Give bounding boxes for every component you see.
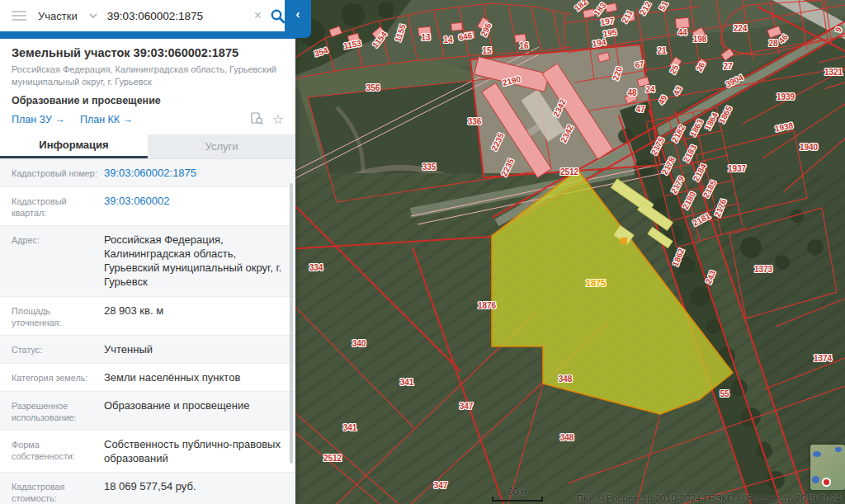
search-category-select[interactable]: Участки bbox=[38, 10, 78, 22]
info-row: Категория земель:Земли населённых пункто… bbox=[0, 364, 295, 392]
row-value: Земли населённых пунктов bbox=[99, 370, 284, 384]
search-bar: Участки × bbox=[0, 0, 295, 31]
orange-structure bbox=[621, 238, 627, 244]
blue-divider bbox=[0, 31, 295, 39]
parcel-header: Земельный участок 39:03:060002:1875 Росс… bbox=[0, 39, 295, 134]
preview-icon[interactable] bbox=[251, 112, 263, 128]
collapse-sidebar-button[interactable]: ‹ bbox=[285, 0, 311, 38]
info-row: Форма собственности:Собственность публич… bbox=[0, 431, 295, 473]
favorite-star-icon[interactable]: ☆ bbox=[272, 113, 284, 126]
row-label: Адрес: bbox=[12, 233, 99, 290]
clear-search-icon[interactable]: × bbox=[249, 9, 267, 22]
info-row: Кадастровый номер:39:03:060002:1875 bbox=[0, 159, 295, 187]
parcel-usage: Образование и просвещение bbox=[12, 95, 284, 106]
tab-bar: ИнформацияУслуги bbox=[0, 134, 295, 159]
info-sidebar: Участки × Земельный участок 39:03:060002… bbox=[0, 0, 295, 504]
info-row: Статус:Учтенный bbox=[0, 336, 295, 364]
row-value: Российская Федерация, Калининградская об… bbox=[99, 233, 284, 290]
row-label: Форма собственности: bbox=[12, 437, 99, 465]
info-row: Разрешенное использование:Образование и … bbox=[0, 392, 295, 431]
chevron-down-icon[interactable] bbox=[89, 13, 97, 19]
row-value-link[interactable]: 39:03:060002 bbox=[99, 194, 284, 219]
info-row: Кадастровый квартал:39:03:060002 bbox=[0, 187, 295, 226]
overview-minimap[interactable] bbox=[810, 445, 845, 490]
row-label: Кадастровая стоимость: bbox=[12, 479, 99, 504]
minimap-marker bbox=[822, 478, 831, 487]
parcel-info-table: Кадастровый номер:39:03:060002:1875Кадас… bbox=[0, 159, 295, 504]
tab-services[interactable]: Услуги bbox=[148, 134, 295, 158]
map-svg bbox=[287, 0, 845, 504]
info-row: Адрес:Российская Федерация, Калининградс… bbox=[0, 226, 295, 297]
search-input[interactable] bbox=[106, 9, 249, 23]
row-label: Разрешенное использование: bbox=[12, 398, 99, 423]
row-label: Статус: bbox=[12, 342, 99, 356]
plan-zu-link[interactable]: План ЗУ → bbox=[12, 114, 65, 125]
row-label: Площадь уточненная: bbox=[12, 304, 99, 328]
sidebar-scrollbar[interactable] bbox=[290, 183, 293, 464]
menu-icon[interactable] bbox=[12, 11, 26, 21]
parcel-address-subtitle: Российская Федерация, Калининградская об… bbox=[12, 64, 284, 88]
scale-bar: 60 м bbox=[492, 487, 543, 502]
row-label: Кадастровый квартал: bbox=[12, 194, 99, 219]
page-title: Земельный участок 39:03:060002:1875 bbox=[12, 46, 284, 59]
row-label: Категория земель: bbox=[12, 370, 99, 384]
row-value-link[interactable]: 39:03:060002:1875 bbox=[99, 166, 284, 180]
tab-information[interactable]: Информация bbox=[0, 134, 148, 158]
map-attribution: ПКК © Росреестр 2010-2024 | ЕЭКО © Росре… bbox=[577, 493, 841, 503]
row-value: Собственность публично-правовых образова… bbox=[99, 437, 284, 465]
scale-text: 60 м bbox=[492, 487, 543, 497]
map-canvas[interactable]: 3541153115411551314646296151635633533622… bbox=[287, 0, 845, 504]
row-value: 18 069 577,54 руб. bbox=[99, 479, 284, 504]
row-value: Учтенный bbox=[99, 342, 284, 356]
row-value: 28 903 кв. м bbox=[99, 304, 284, 328]
row-value: Образование и просвещение bbox=[99, 398, 284, 423]
row-label: Кадастровый номер: bbox=[12, 166, 99, 180]
plan-kk-link[interactable]: План КК → bbox=[80, 114, 133, 125]
info-row: Площадь уточненная:28 903 кв. м bbox=[0, 297, 295, 336]
info-row: Кадастровая стоимость:18 069 577,54 руб. bbox=[0, 473, 295, 504]
scale-line bbox=[492, 497, 543, 502]
